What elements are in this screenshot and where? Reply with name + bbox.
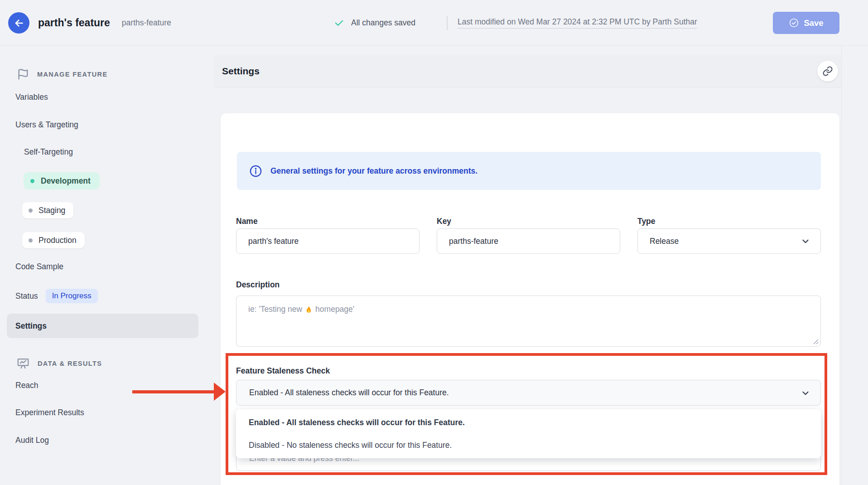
settings-page-title: Settings — [222, 55, 260, 87]
resize-handle[interactable] — [812, 338, 819, 344]
sidebar-item-self-targeting[interactable]: Self-Targeting — [24, 147, 73, 157]
env-dot-icon — [29, 238, 33, 242]
status-label: Status — [15, 291, 38, 301]
sidebar-settings-label: Settings — [15, 321, 47, 331]
info-icon — [249, 164, 263, 178]
sidebar-env-production[interactable]: Production — [22, 232, 85, 248]
sidebar-env-development[interactable]: Development — [24, 172, 100, 189]
check-icon — [334, 18, 344, 28]
settings-card: General settings for your feature across… — [221, 113, 839, 485]
staleness-dropdown-menu: Enabled - All staleness checks will occu… — [236, 409, 821, 458]
data-results-section-label: DATA & RESULTS — [38, 360, 102, 367]
feature-key: parths-feature — [122, 18, 171, 28]
env-label: Staging — [39, 206, 65, 215]
main-right-divider — [841, 46, 842, 485]
type-select[interactable]: Release — [637, 228, 821, 254]
name-label: Name — [236, 217, 258, 226]
dropdown-option-disabled[interactable]: Disabled - No staleness checks will occu… — [236, 434, 821, 456]
settings-panel-header: Settings — [214, 55, 842, 87]
manage-feature-section-label: MANAGE FEATURE — [37, 71, 107, 78]
status-badge[interactable]: In Progress — [46, 289, 98, 303]
last-modified-link[interactable]: Last modified on Wed Mar 27 2024 at 2:32… — [458, 0, 697, 46]
annotation-arrow-head — [214, 383, 226, 401]
copy-link-button[interactable] — [817, 61, 838, 82]
save-button-label: Save — [804, 18, 823, 28]
feature-title: parth's feature — [38, 17, 110, 29]
sidebar-item-variables[interactable]: Variables — [15, 92, 48, 102]
sidebar-item-experiment-results[interactable]: Experiment Results — [15, 408, 84, 417]
info-banner-text: General settings for your feature across… — [270, 166, 477, 176]
save-button[interactable]: Save — [773, 12, 839, 34]
staleness-select-value: Enabled - All staleness checks will occu… — [249, 388, 449, 398]
sidebar-item-audit-log[interactable]: Audit Log — [15, 436, 49, 445]
data-results-section-header: DATA & RESULTS — [16, 357, 102, 370]
env-label: Production — [39, 236, 77, 245]
staleness-select[interactable]: Enabled - All staleness checks will occu… — [236, 380, 821, 406]
env-dot-icon — [29, 209, 33, 213]
type-label: Type — [637, 217, 656, 226]
env-dot-icon — [30, 179, 34, 183]
sidebar-env-staging[interactable]: Staging — [22, 202, 73, 218]
info-banner: General settings for your feature across… — [237, 152, 821, 190]
name-input[interactable] — [236, 228, 420, 254]
description-field-wrap: ie: 'Testing new homepage' — [236, 296, 821, 347]
sidebar-status-row: Status In Progress — [15, 289, 98, 303]
last-modified-text: Last modified on Wed Mar 27 2024 at 2:32… — [458, 17, 697, 29]
back-button[interactable] — [8, 12, 29, 34]
saved-status-text: All changes saved — [351, 18, 415, 28]
type-select-value: Release — [650, 237, 679, 246]
flag-icon — [17, 68, 29, 81]
check-circle-icon — [789, 18, 799, 28]
chart-presentation-icon — [16, 357, 30, 370]
key-input[interactable] — [437, 228, 620, 254]
topbar-divider — [447, 16, 448, 30]
dropdown-option-enabled[interactable]: Enabled - All staleness checks will occu… — [236, 411, 821, 434]
description-textarea[interactable] — [236, 296, 821, 347]
sidebar-item-settings[interactable]: Settings — [7, 314, 198, 338]
key-label: Key — [437, 217, 451, 226]
annotation-arrow-line — [132, 390, 215, 393]
sidebar-item-code-sample[interactable]: Code Sample — [15, 262, 63, 272]
chevron-down-icon — [800, 388, 810, 398]
env-label: Development — [41, 176, 91, 186]
arrow-left-icon — [13, 17, 25, 29]
sidebar-item-reach[interactable]: Reach — [15, 381, 39, 390]
sidebar-item-users-targeting[interactable]: Users & Targeting — [15, 120, 78, 130]
link-icon — [822, 66, 833, 77]
top-bar: parth's feature parths-feature All chang… — [0, 0, 868, 46]
title-group: parth's feature parths-feature — [38, 0, 171, 46]
staleness-label: Feature Staleness Check — [236, 366, 330, 376]
saved-status: All changes saved — [334, 0, 415, 46]
page: parth's feature parths-feature All chang… — [0, 0, 868, 485]
chevron-down-icon — [800, 236, 810, 246]
manage-feature-section-header: MANAGE FEATURE — [17, 68, 107, 81]
description-label: Description — [236, 280, 280, 290]
